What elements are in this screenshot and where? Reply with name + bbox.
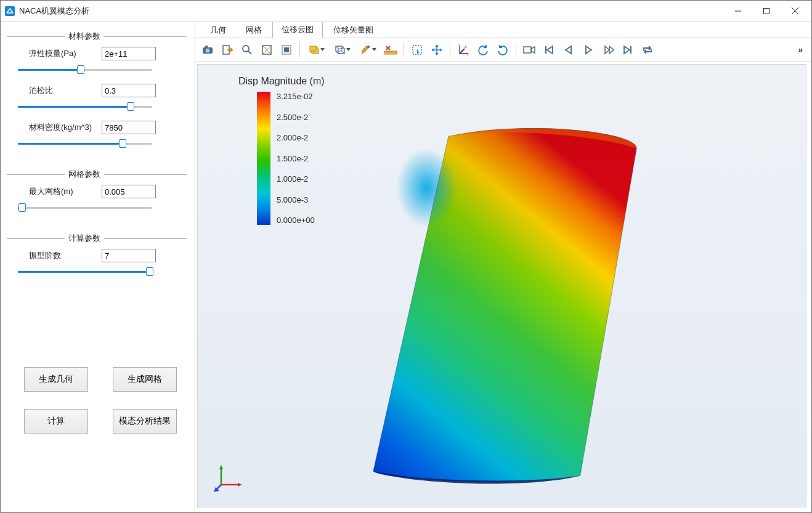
group-material: 材料参数 弹性模量(Pa) 泊松比 <box>7 31 187 158</box>
3d-viewport[interactable]: Disp Magnitude (m) 3.215e-02 2.500e-2 2.… <box>197 64 806 507</box>
param-mode-count: 振型阶数 <box>7 249 187 277</box>
maximize-button[interactable] <box>752 2 781 20</box>
modal-results-button[interactable]: 模态分析结果 <box>113 409 177 434</box>
marquee-select-icon[interactable] <box>408 41 426 59</box>
legend-tick: 2.500e-2 <box>277 113 315 122</box>
titlebar: NACA机翼模态分析 <box>1 1 811 22</box>
legend-mesh: 网格参数 <box>68 169 100 180</box>
slider-density[interactable] <box>18 138 152 149</box>
param-density: 材料密度(kg/m^3) <box>7 121 187 149</box>
slider-elastic-modulus[interactable] <box>18 64 152 75</box>
slider-max-mesh[interactable] <box>18 202 152 213</box>
label-mode-count: 振型阶数 <box>29 250 95 261</box>
rotate-ccw-icon[interactable] <box>474 41 492 59</box>
group-mesh: 网格参数 最大网格(m) <box>7 169 187 222</box>
first-frame-icon[interactable] <box>540 41 558 59</box>
label-density: 材料密度(kg/m^3) <box>29 122 95 133</box>
camera-icon[interactable] <box>198 41 217 59</box>
tab-geometry[interactable]: 几何 <box>201 22 235 38</box>
svg-point-9 <box>243 46 249 52</box>
group-solver: 计算参数 振型阶数 <box>7 233 187 286</box>
next-frame-icon[interactable] <box>599 41 617 59</box>
last-frame-icon[interactable] <box>619 41 637 59</box>
svg-point-14 <box>367 46 370 48</box>
slider-mode-count[interactable] <box>18 266 152 277</box>
svg-marker-28 <box>219 465 223 469</box>
legend-ticks: 3.215e-02 2.500e-2 2.000e-2 1.500e-2 1.0… <box>277 92 315 225</box>
legend-solver: 计算参数 <box>68 233 100 244</box>
tab-mesh[interactable]: 网格 <box>237 22 271 38</box>
minimize-button[interactable] <box>724 2 752 20</box>
svg-rect-13 <box>284 47 289 52</box>
label-poisson-ratio: 泊松比 <box>29 85 95 96</box>
wireframe-dropdown-icon[interactable] <box>330 41 354 59</box>
param-poisson-ratio: 泊松比 <box>7 84 187 112</box>
viewport-toolbar: YXZ » <box>195 38 811 62</box>
svg-marker-30 <box>238 483 242 487</box>
brush-dropdown-icon[interactable] <box>355 41 380 59</box>
generate-geometry-button[interactable]: 生成几何 <box>24 367 88 392</box>
toolbar-separator <box>516 42 516 57</box>
param-max-mesh: 最大网格(m) <box>7 185 187 213</box>
input-mode-count[interactable] <box>102 249 156 262</box>
app-window: NACA机翼模态分析 材料参数 弹性模量(Pa) 泊松比 <box>0 0 812 513</box>
ruler-icon[interactable] <box>381 41 400 59</box>
tab-displacement-contour[interactable]: 位移云图 <box>272 22 323 38</box>
svg-text:Z: Z <box>465 45 467 49</box>
close-button[interactable] <box>781 2 809 20</box>
slider-poisson-ratio[interactable] <box>18 101 152 112</box>
color-legend: Disp Magnitude (m) 3.215e-02 2.500e-2 2.… <box>238 76 325 225</box>
legend-title: Disp Magnitude (m) <box>238 76 325 87</box>
tab-displacement-vector[interactable]: 位移矢量图 <box>324 22 383 38</box>
zoom-icon[interactable] <box>238 41 256 59</box>
svg-rect-23 <box>524 47 531 53</box>
svg-rect-0 <box>5 6 15 16</box>
tab-bar: 几何 网格 位移云图 位移矢量图 <box>195 22 811 38</box>
svg-text:Y: Y <box>458 44 460 47</box>
input-density[interactable] <box>102 121 156 134</box>
prev-frame-icon[interactable] <box>559 41 578 59</box>
legend-tick: 1.500e-2 <box>277 154 315 163</box>
legend-tick: 5.000e-3 <box>277 195 315 204</box>
input-poisson-ratio[interactable] <box>102 84 156 97</box>
svg-line-10 <box>248 51 251 54</box>
legend-tick: 2.000e-2 <box>277 133 315 142</box>
label-max-mesh: 最大网格(m) <box>29 186 95 197</box>
main-area: 几何 网格 位移云图 位移矢量图 YXZ <box>194 22 811 512</box>
solid-color-dropdown-icon[interactable] <box>304 41 328 59</box>
legend-tick: 3.215e-02 <box>277 92 315 101</box>
svg-point-6 <box>206 48 210 52</box>
svg-rect-2 <box>764 8 769 14</box>
legend-material: 材料参数 <box>68 31 100 42</box>
svg-line-19 <box>460 49 465 54</box>
param-elastic-modulus: 弹性模量(Pa) <box>7 47 187 75</box>
app-icon <box>4 6 15 17</box>
action-buttons: 生成几何 生成网格 计算 模态分析结果 <box>7 355 187 507</box>
camera-reset-icon[interactable] <box>520 41 538 59</box>
orientation-triad-icon <box>214 461 245 492</box>
rotate-cw-icon[interactable] <box>493 41 512 59</box>
compute-button[interactable]: 计算 <box>24 409 88 434</box>
export-icon[interactable] <box>218 41 237 59</box>
svg-rect-7 <box>205 46 208 47</box>
toolbar-separator <box>404 42 404 57</box>
zoom-box-icon[interactable] <box>258 41 276 59</box>
legend-tick: 1.000e-2 <box>277 174 315 184</box>
toolbar-separator <box>299 42 300 57</box>
input-max-mesh[interactable] <box>102 185 156 198</box>
axes-icon[interactable]: YXZ <box>454 41 473 59</box>
toolbar-separator <box>450 42 450 57</box>
loop-icon[interactable] <box>638 41 657 59</box>
sidebar: 材料参数 弹性模量(Pa) 泊松比 <box>1 22 194 512</box>
label-elastic-modulus: 弹性模量(Pa) <box>29 48 95 59</box>
pan-icon[interactable] <box>428 41 446 59</box>
fit-data-icon[interactable] <box>277 41 296 59</box>
legend-tick: 0.000e+00 <box>277 216 315 225</box>
legend-colorbar <box>257 92 270 225</box>
svg-text:X: X <box>466 52 469 56</box>
generate-mesh-button[interactable]: 生成网格 <box>113 367 177 392</box>
toolbar-overflow[interactable]: » <box>794 45 808 54</box>
window-title: NACA机翼模态分析 <box>19 6 89 17</box>
input-elastic-modulus[interactable] <box>102 47 156 60</box>
play-icon[interactable] <box>579 41 598 59</box>
